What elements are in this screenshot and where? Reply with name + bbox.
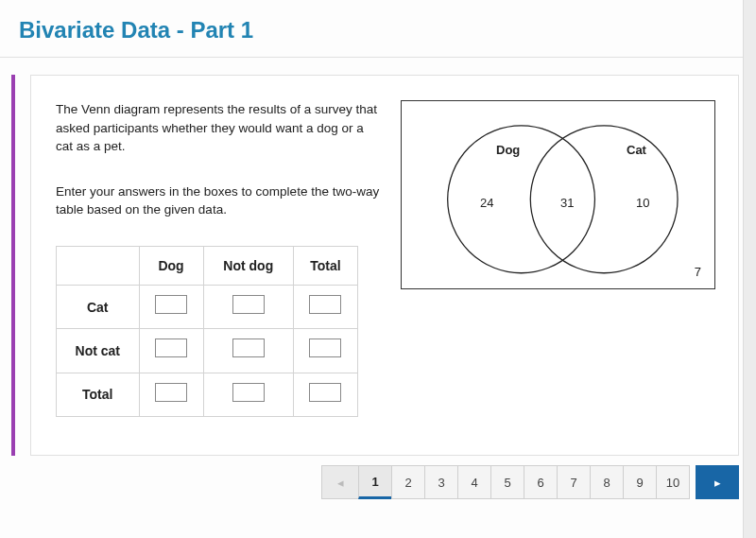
venn-right-only-value: 10: [636, 196, 649, 210]
venn-svg: [402, 101, 714, 288]
answer-input-total-notdog[interactable]: [232, 383, 265, 402]
question-instruction: Enter your answers in the boxes to compl…: [56, 182, 382, 219]
venn-outside-value: 7: [695, 265, 701, 279]
question-panel: The Venn diagram represents the results …: [11, 75, 739, 456]
answer-input-total-dog[interactable]: [155, 383, 187, 402]
answer-input-cat-total[interactable]: [309, 295, 341, 314]
col-header-dog: Dog: [139, 246, 203, 285]
page-button-1[interactable]: 1: [358, 465, 392, 499]
col-header-total: Total: [293, 246, 357, 285]
answer-input-cat-dog[interactable]: [155, 295, 187, 314]
page-button-6[interactable]: 6: [524, 465, 558, 499]
page-button-10[interactable]: 10: [656, 465, 690, 499]
venn-right-label: Cat: [627, 143, 646, 157]
next-button[interactable]: ▸: [696, 465, 739, 499]
question-text-column: The Venn diagram represents the results …: [56, 100, 382, 417]
table-row: Cat: [57, 286, 358, 329]
scrollbar-track[interactable]: [743, 0, 756, 512]
answer-input-cat-notdog[interactable]: [232, 295, 265, 314]
two-way-table: Dog Not dog Total Cat Not cat: [56, 246, 358, 417]
row-header-total: Total: [57, 373, 140, 416]
page-title: Bivariate Data - Part 1: [0, 0, 756, 58]
pagination: ◂ 12345678910 ▸: [0, 456, 756, 512]
page-button-7[interactable]: 7: [557, 465, 591, 499]
table-row: Total: [57, 373, 358, 416]
venn-both-value: 31: [560, 196, 574, 210]
content-card: The Venn diagram represents the results …: [30, 75, 739, 456]
answer-input-notcat-notdog[interactable]: [232, 338, 265, 357]
answer-input-notcat-total[interactable]: [309, 338, 341, 357]
row-header-notcat: Not cat: [57, 329, 140, 373]
table-row: Not cat: [57, 329, 358, 373]
page-button-9[interactable]: 9: [623, 465, 657, 499]
page-button-3[interactable]: 3: [424, 465, 458, 499]
prev-button[interactable]: ◂: [321, 465, 359, 499]
answer-input-notcat-dog[interactable]: [155, 338, 187, 357]
table-corner: [57, 246, 140, 285]
venn-diagram: Dog Cat 24 31 10 7: [401, 100, 715, 289]
svg-point-1: [530, 126, 678, 273]
page-button-5[interactable]: 5: [490, 465, 524, 499]
venn-left-label: Dog: [496, 143, 520, 157]
row-header-cat: Cat: [57, 286, 140, 329]
col-header-notdog: Not dog: [203, 246, 293, 285]
page-button-2[interactable]: 2: [391, 465, 425, 499]
question-intro: The Venn diagram represents the results …: [56, 100, 382, 156]
answer-input-total-total[interactable]: [309, 383, 341, 402]
page-button-8[interactable]: 8: [590, 465, 624, 499]
venn-left-only-value: 24: [480, 196, 493, 210]
page-button-4[interactable]: 4: [457, 465, 491, 499]
